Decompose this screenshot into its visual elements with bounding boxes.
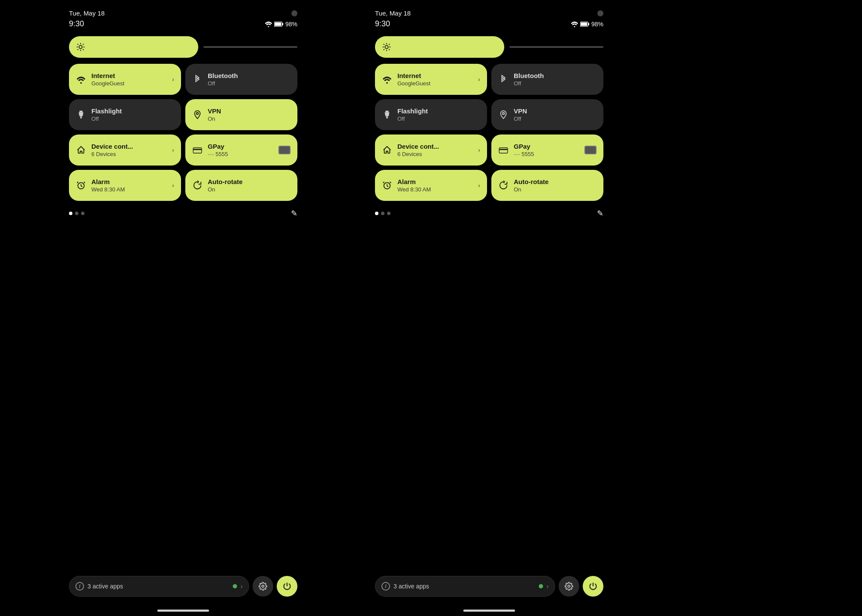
tile-text: Flashlight Off — [397, 107, 480, 122]
active-apps-pill[interactable]: i 3 active apps › — [69, 576, 249, 597]
flashlight-tile-icon — [382, 110, 392, 119]
tile-title: Internet — [91, 72, 167, 80]
power-button[interactable] — [277, 576, 297, 597]
tile-subtitle: GoogleGuest — [397, 80, 473, 87]
svg-line-34 — [389, 44, 390, 45]
tile-title: Flashlight — [397, 107, 480, 115]
bottom-bar: i 3 active apps › — [375, 576, 603, 610]
brightness-icon — [76, 42, 85, 52]
active-apps-green-dot — [233, 584, 237, 588]
home-indicator[interactable] — [157, 610, 209, 612]
settings-button[interactable] — [559, 576, 579, 597]
svg-rect-14 — [79, 111, 82, 113]
gpay-card — [278, 146, 290, 154]
tile-text: Device cont... 6 Devices — [91, 143, 167, 157]
edit-icon[interactable]: ✎ — [597, 209, 603, 218]
battery-percent: 98% — [591, 21, 603, 28]
svg-rect-25 — [581, 22, 587, 26]
svg-rect-40 — [499, 149, 508, 150]
tile-title: Alarm — [397, 178, 473, 186]
wifi-tile-icon — [76, 75, 86, 84]
dot-1 — [69, 212, 72, 215]
card-chip — [584, 146, 597, 154]
tile-autorotate[interactable]: Auto-rotate On — [185, 170, 297, 201]
active-apps-pill[interactable]: i 3 active apps › — [375, 576, 555, 597]
tile-subtitle: Wed 8:30 AM — [91, 186, 167, 193]
brightness-slider[interactable] — [509, 46, 603, 48]
active-apps-text: 3 active apps — [394, 583, 535, 590]
brightness-pill[interactable] — [375, 36, 504, 58]
wifi-tile-icon — [382, 75, 392, 84]
tile-text: Internet GoogleGuest — [397, 72, 473, 87]
tile-autorotate[interactable]: Auto-rotate On — [491, 170, 603, 201]
tile-text: Bluetooth Off — [208, 72, 290, 87]
tile-text: Flashlight Off — [91, 107, 174, 122]
tile-subtitle: On — [208, 186, 290, 193]
tile-alarm[interactable]: Alarm Wed 8:30 AM › — [69, 170, 181, 201]
info-icon: i — [381, 582, 390, 591]
tile-subtitle: Off — [91, 116, 174, 122]
brightness-row[interactable] — [375, 36, 603, 58]
status-bar-top: Tue, May 18 — [375, 0, 603, 19]
spacer — [375, 226, 603, 576]
tile-internet[interactable]: Internet GoogleGuest › — [69, 64, 181, 95]
svg-point-38 — [503, 113, 505, 115]
tile-text: VPN On — [208, 107, 290, 122]
svg-line-9 — [78, 44, 78, 45]
brightness-slider[interactable] — [203, 46, 297, 48]
brightness-row[interactable] — [69, 36, 297, 58]
dot-3 — [387, 212, 390, 215]
tile-gpay[interactable]: GPay ···· 5555 — [491, 134, 603, 166]
tile-title: Bluetooth — [514, 72, 597, 80]
tile-subtitle: ···· 5555 — [514, 151, 579, 157]
tile-bluetooth[interactable]: Bluetooth Off — [491, 64, 603, 95]
tile-vpn[interactable]: VPN Off — [491, 99, 603, 130]
status-icons: 98% — [571, 21, 603, 28]
tile-gpay[interactable]: GPay ···· 5555 — [185, 134, 297, 166]
phone-panel-left: Tue, May 18 9:30 98% — [43, 0, 323, 616]
apps-chevron-icon: › — [547, 583, 549, 590]
tile-title: Internet — [397, 72, 473, 80]
tile-title: Alarm — [91, 178, 167, 186]
tile-chevron: › — [172, 76, 174, 83]
tile-device-control[interactable]: Device cont... 6 Devices › — [69, 134, 181, 166]
camera-indicator — [597, 10, 603, 16]
gpay-tile-icon — [498, 146, 509, 155]
dot-1 — [375, 212, 378, 215]
status-date: Tue, May 18 — [69, 9, 105, 17]
tile-title: VPN — [514, 107, 597, 115]
tile-flashlight[interactable]: Flashlight Off — [69, 99, 181, 130]
tile-bluetooth[interactable]: Bluetooth Off — [185, 64, 297, 95]
active-apps-text: 3 active apps — [87, 583, 229, 590]
tile-text: Device cont... 6 Devices — [397, 143, 473, 157]
tile-title: GPay — [208, 143, 273, 150]
alarm-tile-icon — [76, 181, 86, 190]
gpay-card — [584, 146, 597, 154]
info-icon: i — [75, 582, 84, 591]
tile-text: VPN Off — [514, 107, 597, 122]
tile-flashlight[interactable]: Flashlight Off — [375, 99, 487, 130]
tile-title: Auto-rotate — [514, 178, 597, 186]
tile-vpn[interactable]: VPN On — [185, 99, 297, 130]
bluetooth-tile-icon — [498, 75, 509, 84]
tile-internet[interactable]: Internet GoogleGuest › — [375, 64, 487, 95]
quick-tiles-grid: Internet GoogleGuest › Bluetooth Off Fla… — [375, 64, 603, 201]
power-button[interactable] — [583, 576, 603, 597]
svg-rect-37 — [386, 116, 388, 119]
tile-chevron: › — [478, 76, 480, 83]
settings-button[interactable] — [253, 576, 273, 597]
home-indicator[interactable] — [463, 610, 515, 612]
tile-subtitle: On — [208, 116, 290, 122]
active-apps-green-dot — [539, 584, 543, 588]
battery-icon — [274, 22, 284, 27]
tile-alarm[interactable]: Alarm Wed 8:30 AM › — [375, 170, 487, 201]
status-time: 9:30 — [375, 19, 390, 28]
tile-text: Internet GoogleGuest — [91, 72, 167, 87]
quick-tiles-grid: Internet GoogleGuest › Bluetooth Off Fla… — [69, 64, 297, 201]
alarm-tile-icon — [382, 181, 392, 190]
edit-icon[interactable]: ✎ — [291, 209, 297, 218]
bluetooth-tile-icon — [192, 75, 203, 84]
tile-device-control[interactable]: Device cont... 6 Devices › — [375, 134, 487, 166]
brightness-pill[interactable] — [69, 36, 198, 58]
svg-rect-39 — [499, 148, 508, 153]
